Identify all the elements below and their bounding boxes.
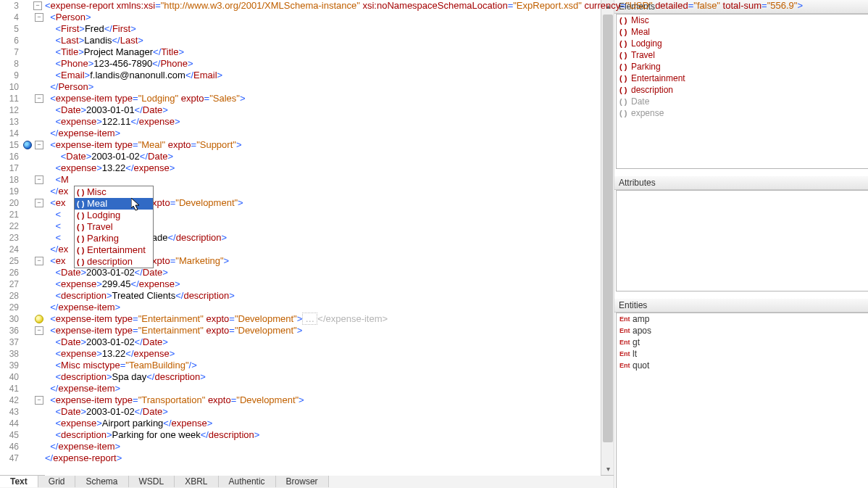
entity-item-quot[interactable]: Entquot <box>617 360 868 371</box>
entity-item-lt[interactable]: Entlt <box>617 348 868 360</box>
code-line[interactable]: </ex <box>45 244 68 255</box>
element-item-description[interactable]: ( )description <box>617 84 868 96</box>
code-line[interactable]: <Last>Landis</Last> <box>45 35 143 46</box>
code-line[interactable]: <expense-item type="Entertainment" expto… <box>45 313 388 325</box>
autocomplete-item-parking[interactable]: ( )Parking <box>75 233 153 244</box>
lineno: 9 <box>0 70 19 81</box>
code-line[interactable]: </Person> <box>45 81 93 93</box>
autocomplete-item-entertainment[interactable]: ( )Entertainment <box>75 244 153 256</box>
code-line[interactable]: <Date>2003-01-01</Date> <box>45 104 168 116</box>
lineno: 44 <box>0 418 19 429</box>
tab-xbrl[interactable]: XBRL <box>175 476 218 487</box>
lineno: 12 <box>0 104 19 116</box>
fold-toggle[interactable]: − <box>35 199 43 207</box>
code-line[interactable]: <expense>13.22</expense> <box>45 162 175 174</box>
autocomplete-popup[interactable]: ( )Misc ( )Meal ( )Lodging ( )Travel ( )… <box>74 186 154 268</box>
element-item-entertainment[interactable]: ( )Entertainment <box>617 73 868 84</box>
lineno: 26 <box>0 267 19 278</box>
autocomplete-item-travel[interactable]: ( )Travel <box>75 221 153 233</box>
attributes-list[interactable] <box>616 190 868 291</box>
autocomplete-item-description[interactable]: ( )description <box>75 256 153 268</box>
fold-toggle[interactable]: − <box>35 94 43 103</box>
code-line[interactable]: </expense-report> <box>45 452 122 464</box>
fold-toggle[interactable]: − <box>35 326 43 335</box>
fold-toggle[interactable]: − <box>35 257 43 265</box>
element-item-date[interactable]: ( )Date <box>617 96 868 107</box>
elements-list[interactable]: ( )Misc ( )Meal ( )Lodging ( )Travel ( )… <box>616 14 868 169</box>
fold-toggle[interactable]: − <box>35 141 43 149</box>
tab-grid[interactable]: Grid <box>38 476 76 487</box>
code-line[interactable]: <Date>2003-01-02</Date> <box>45 336 168 348</box>
scroll-down-button[interactable]: ▾ <box>601 463 614 476</box>
fold-toggle[interactable]: − <box>35 175 43 184</box>
lineno: 45 <box>0 429 19 441</box>
lineno: 19 <box>0 186 19 197</box>
code-line[interactable]: <Person> <box>45 12 91 23</box>
code-line[interactable]: <First>Fred</First> <box>45 23 136 35</box>
fold-toggle[interactable]: − <box>33 1 42 10</box>
element-item-parking[interactable]: ( )Parking <box>617 61 868 73</box>
element-item-misc[interactable]: ( )Misc <box>617 15 868 26</box>
code-line[interactable]: <description>Spa day</description> <box>45 371 206 383</box>
code-line[interactable]: <expense>299.45</expense> <box>45 278 180 290</box>
tab-schema[interactable]: Schema <box>75 476 128 487</box>
view-tabbar: Text Grid Schema WSDL XBRL Authentic Bro… <box>0 475 614 488</box>
entity-item-gt[interactable]: Entgt <box>617 336 868 348</box>
lineno: 36 <box>0 325 19 336</box>
code-line[interactable]: <Title>Project Manager</Title> <box>45 46 184 58</box>
lineno: 5 <box>0 23 19 35</box>
code-line[interactable]: <expense-item type="Entertainment" expto… <box>45 325 302 336</box>
autocomplete-item-lodging[interactable]: ( )Lodging <box>75 210 153 221</box>
tab-text[interactable]: Text <box>0 475 38 487</box>
fold-toggle[interactable]: − <box>35 13 43 22</box>
code-line[interactable]: <Date>2003-01-02</Date> <box>45 267 168 278</box>
entities-list[interactable]: Entamp Entapos Entgt Entlt Entquot <box>616 313 868 488</box>
code-line[interactable]: <Date>2003-01-02</Date> <box>45 151 173 162</box>
breakpoint-marker[interactable] <box>23 141 32 149</box>
entity-item-amp[interactable]: Entamp <box>617 313 868 325</box>
code-line[interactable]: </expense-item> <box>45 302 120 313</box>
code-line[interactable]: <expense-item type="Meal" expto="Support… <box>45 139 241 151</box>
code-line[interactable]: <M <box>45 174 69 186</box>
code-line[interactable]: <description>Parking for one week</descr… <box>45 429 259 441</box>
code-line[interactable]: <expense>Airport parking</expense> <box>45 418 212 429</box>
lineno: 42 <box>0 394 19 406</box>
element-item-lodging[interactable]: ( )Lodging <box>617 38 868 49</box>
fold-toggle[interactable]: − <box>35 396 43 405</box>
autocomplete-item-meal[interactable]: ( )Meal <box>75 198 153 210</box>
entity-item-apos[interactable]: Entapos <box>617 325 868 336</box>
attributes-panel-header[interactable]: Attributes <box>614 176 868 190</box>
element-item-expense[interactable]: ( )expense <box>617 107 868 119</box>
code-line[interactable]: <Phone>123-456-7890</Phone> <box>45 58 193 70</box>
tab-browser[interactable]: Browser <box>276 476 329 487</box>
lineno: 40 <box>0 371 19 383</box>
code-line[interactable]: <expense-report xmlns:xsi="http://www.w3… <box>45 0 803 12</box>
code-line[interactable]: <description>Treated Clients</descriptio… <box>45 290 235 302</box>
lineno: 21 <box>0 209 19 220</box>
element-item-meal[interactable]: ( )Meal <box>617 26 868 38</box>
code-line[interactable]: <expense-item type="Transportation" expt… <box>45 394 304 406</box>
change-marker[interactable] <box>35 315 43 323</box>
tab-authentic[interactable]: Authentic <box>219 476 276 487</box>
lineno: 37 <box>0 336 19 348</box>
code-line[interactable]: </expense-item> <box>45 383 120 394</box>
element-item-travel[interactable]: ( )Travel <box>617 49 868 61</box>
editor-scrollbar[interactable]: ▴ ▾ <box>601 0 614 476</box>
code-line[interactable]: </expense-item> <box>45 128 120 139</box>
code-line[interactable]: </expense-item> <box>45 441 120 452</box>
tab-wsdl[interactable]: WSDL <box>129 476 175 487</box>
code-line[interactable]: <expense>122.11</expense> <box>45 116 180 128</box>
lineno: 4 <box>0 12 19 23</box>
autocomplete-item-misc[interactable]: ( )Misc <box>75 186 153 198</box>
code-line[interactable]: <expense>13.22</expense> <box>45 348 175 360</box>
lineno: 27 <box>0 278 19 290</box>
scrollbar-thumb[interactable] <box>603 15 613 442</box>
code-line[interactable]: </ex <box>45 186 68 197</box>
code-line[interactable]: <Misc misctype="TeamBuilding"/> <box>45 360 197 371</box>
code-line[interactable]: <Date>2003-01-02</Date> <box>45 406 168 418</box>
lineno: 47 <box>0 452 19 464</box>
code-line[interactable]: <Email>f.landis@nanonull.com</Email> <box>45 70 222 81</box>
code-line[interactable]: <expense-item type="Lodging" expto="Sale… <box>45 93 246 104</box>
entities-panel-header[interactable]: Entities <box>614 299 868 313</box>
lineno: 16 <box>0 151 19 162</box>
